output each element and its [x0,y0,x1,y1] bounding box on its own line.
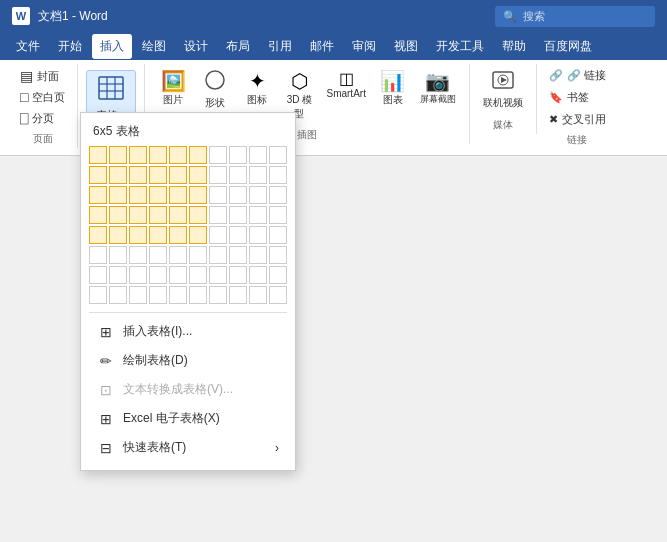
table-grid-cell[interactable] [269,266,287,284]
table-grid-cell[interactable] [209,266,227,284]
table-grid-cell[interactable] [89,266,107,284]
table-grid-cell[interactable] [149,186,167,204]
table-grid-cell[interactable] [89,226,107,244]
table-grid-cell[interactable] [229,206,247,224]
table-grid-cell[interactable] [149,166,167,184]
table-grid-cell[interactable] [89,206,107,224]
table-grid-cell[interactable] [209,166,227,184]
table-grid-cell[interactable] [109,166,127,184]
page-btn-blank[interactable]: □ 空白页 [16,87,69,107]
table-grid-cell[interactable] [109,266,127,284]
table-grid-cell[interactable] [109,286,127,304]
cross-ref-button[interactable]: ✖ 交叉引用 [545,110,610,129]
table-grid-cell[interactable] [169,146,187,164]
table-grid-cell[interactable] [169,266,187,284]
table-grid-cell[interactable] [249,226,267,244]
online-video-button[interactable]: 联机视频 [478,66,528,113]
table-grid-cell[interactable] [109,186,127,204]
table-grid-cell[interactable] [249,166,267,184]
table-grid-cell[interactable] [249,186,267,204]
table-grid-cell[interactable] [209,286,227,304]
table-grid-cell[interactable] [209,146,227,164]
table-grid-cell[interactable] [129,286,147,304]
table-grid-cell[interactable] [189,246,207,264]
menu-file[interactable]: 文件 [8,34,48,59]
table-grid-cell[interactable] [269,146,287,164]
smartart-button[interactable]: ◫ SmartArt [321,66,370,102]
table-grid-cell[interactable] [249,146,267,164]
table-grid-cell[interactable] [229,266,247,284]
table-grid-cell[interactable] [109,226,127,244]
dropdown-menu-item-3[interactable]: ⊞Excel 电子表格(X) [89,404,287,433]
table-grid-cell[interactable] [229,146,247,164]
shapes-button[interactable]: 形状 [195,66,235,113]
menu-insert[interactable]: 插入 [92,34,132,59]
table-grid-cell[interactable] [129,206,147,224]
table-grid-cell[interactable] [209,206,227,224]
table-grid-cell[interactable] [149,286,167,304]
table-grid-cell[interactable] [89,146,107,164]
page-btn-break[interactable]: ⎕ 分页 [16,108,69,128]
dropdown-menu-item-4[interactable]: ⊟快速表格(T)› [89,433,287,462]
table-grid-cell[interactable] [209,246,227,264]
menu-design[interactable]: 设计 [176,34,216,59]
table-grid-cell[interactable] [129,146,147,164]
table-grid-cell[interactable] [129,166,147,184]
menu-mail[interactable]: 邮件 [302,34,342,59]
table-grid-cell[interactable] [129,246,147,264]
chart-button[interactable]: 📊 图表 [373,66,413,110]
table-grid-cell[interactable] [129,226,147,244]
table-grid-cell[interactable] [189,266,207,284]
table-grid-cell[interactable] [89,186,107,204]
table-grid-cell[interactable] [89,286,107,304]
table-grid-cell[interactable] [169,186,187,204]
table-grid-cell[interactable] [189,146,207,164]
page-btn-cover[interactable]: ▤ 封面 [16,66,69,86]
table-grid-cell[interactable] [169,246,187,264]
table-grid-cell[interactable] [129,186,147,204]
screenshot-button[interactable]: 📷 屏幕截图 [415,66,461,109]
table-grid-cell[interactable] [229,166,247,184]
table-grid-cell[interactable] [149,266,167,284]
table-grid-cell[interactable] [149,206,167,224]
table-grid-cell[interactable] [129,266,147,284]
table-grid-cell[interactable] [169,206,187,224]
table-grid-cell[interactable] [269,246,287,264]
table-grid-cell[interactable] [189,206,207,224]
dropdown-menu-item-1[interactable]: ✏绘制表格(D) [89,346,287,375]
menu-review[interactable]: 审阅 [344,34,384,59]
dropdown-menu-item-0[interactable]: ⊞插入表格(I)... [89,317,287,346]
table-grid-cell[interactable] [269,226,287,244]
menu-reference[interactable]: 引用 [260,34,300,59]
table-grid-cell[interactable] [249,266,267,284]
table-grid-cell[interactable] [269,206,287,224]
table-grid-cell[interactable] [229,186,247,204]
table-grid-cell[interactable] [169,226,187,244]
table-grid-cell[interactable] [249,206,267,224]
table-grid-cell[interactable] [169,286,187,304]
table-grid-cell[interactable] [269,186,287,204]
menu-view[interactable]: 视图 [386,34,426,59]
table-grid-cell[interactable] [209,226,227,244]
menu-baidu[interactable]: 百度网盘 [536,34,600,59]
table-grid-cell[interactable] [189,186,207,204]
picture-button[interactable]: 🖼️ 图片 [153,66,193,110]
menu-help[interactable]: 帮助 [494,34,534,59]
table-grid-cell[interactable] [189,286,207,304]
menu-developer[interactable]: 开发工具 [428,34,492,59]
table-grid-cell[interactable] [209,186,227,204]
table-grid-cell[interactable] [109,246,127,264]
table-grid-cell[interactable] [149,226,167,244]
table-grid-cell[interactable] [189,226,207,244]
table-grid-cell[interactable] [229,286,247,304]
table-grid-cell[interactable] [169,166,187,184]
table-grid-cell[interactable] [229,226,247,244]
menu-layout[interactable]: 布局 [218,34,258,59]
table-grid-cell[interactable] [109,206,127,224]
table-grid-cell[interactable] [149,146,167,164]
bookmark-button[interactable]: 🔖 书签 [545,88,610,107]
search-box[interactable]: 🔍 搜索 [495,6,655,27]
table-grid-cell[interactable] [109,146,127,164]
menu-draw[interactable]: 绘图 [134,34,174,59]
table-grid-cell[interactable] [249,286,267,304]
